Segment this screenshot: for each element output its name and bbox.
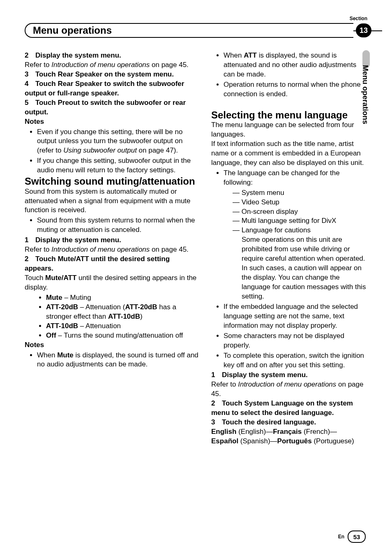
step-3: 3Touch Rear Speaker on the system menu. xyxy=(25,70,200,79)
notes-list-2: When Mute is displayed, the sound is tur… xyxy=(25,351,200,370)
list-item: If the embedded language and the selecte… xyxy=(224,302,367,331)
note-item: When ATT is displayed, the sound is atte… xyxy=(224,51,367,79)
dash-list: System menu Video Setup On-screen displa… xyxy=(233,188,367,236)
list-item: Off – Turns the sound muting/attenuation… xyxy=(46,331,200,341)
list-item: Mute – Muting xyxy=(46,293,200,303)
notes-list-1: Even if you change this setting, there w… xyxy=(25,127,200,176)
right-column: When ATT is displayed, the sound is atte… xyxy=(211,51,367,446)
note-item: Even if you change this setting, there w… xyxy=(37,127,200,156)
dash-item: Video Setup xyxy=(233,198,367,207)
dash-item: Multi language setting for DivX xyxy=(233,216,367,226)
muting-options: Mute – Muting ATT-20dB – Attenuation (AT… xyxy=(25,293,200,341)
page-footer: En 53 xyxy=(338,531,366,543)
lang-p2: If text information such as the title na… xyxy=(211,139,367,168)
section-label: Section xyxy=(350,16,367,21)
page-header: Section Menu operations 13 xyxy=(25,21,367,39)
list-item: ATT-10dB – Attenuation xyxy=(46,322,200,331)
lang-bullets: The language can be changed for the foll… xyxy=(211,169,367,188)
title-pill: Menu operations xyxy=(25,23,353,38)
step-4: 4Touch Rear Speaker to switch the subwoo… xyxy=(25,79,200,98)
muting-intro: Sound from this system is automatically … xyxy=(25,187,200,215)
subheading-muting: Switching sound muting/attenuation xyxy=(25,176,200,187)
notes-label-2: Notes xyxy=(25,341,200,350)
note-item: When Mute is displayed, the sound is tur… xyxy=(37,351,200,370)
muting-step-1-ref: Refer to Introduction of menu operations… xyxy=(25,245,200,255)
lang-step-1-ref: Refer to Introduction of menu operations… xyxy=(211,380,367,399)
page-number: 53 xyxy=(348,531,366,543)
lang-options: English (English)—Français (French)— Esp… xyxy=(211,427,367,446)
dash-item: On-screen display xyxy=(233,207,367,217)
list-item: The language can be changed for the foll… xyxy=(224,169,367,188)
notes-label-1: Notes xyxy=(25,117,200,127)
step-2: 2Display the system menu. xyxy=(25,51,200,60)
lang-step-3: 3Touch the desired language. xyxy=(211,418,367,427)
muting-bullets: Sound from this system returns to normal… xyxy=(25,216,200,235)
subheading-language: Selecting the menu language xyxy=(211,110,367,120)
muting-step-2-body: Touch Mute/ATT until the desired setting… xyxy=(25,273,200,292)
lang-p1: The menu language can be selected from f… xyxy=(211,120,367,139)
lang-step-1: 1Display the system menu. xyxy=(211,371,367,380)
lang-step-2: 2Touch System Language on the system men… xyxy=(211,399,367,418)
list-item: ATT-20dB – Attenuation (ATT-20dB has a s… xyxy=(46,303,200,322)
dash-item: Language for cautions xyxy=(233,226,367,235)
dash-item: System menu xyxy=(233,188,367,198)
footer-lang: En xyxy=(338,534,344,540)
list-item: To complete this operation, switch the i… xyxy=(224,351,367,370)
note-item: If you change this setting, subwoofer ou… xyxy=(37,156,200,175)
note-item: Operation returns to normal when the pho… xyxy=(224,80,367,99)
section-number-badge: 13 xyxy=(356,23,371,37)
muting-step-2: 2Touch Mute/ATT until the desired settin… xyxy=(25,255,200,273)
muting-step-1: 1Display the system menu. xyxy=(25,236,200,245)
dash-sub-body: Some operations on this unit are prohibi… xyxy=(242,235,367,301)
side-label: Menu operations xyxy=(361,65,369,124)
continued-notes: When ATT is displayed, the sound is atte… xyxy=(211,51,367,99)
page-title: Menu operations xyxy=(33,25,112,36)
list-item: Sound from this system returns to normal… xyxy=(37,216,200,235)
content-columns: 2Display the system menu. Refer to Intro… xyxy=(25,51,367,446)
left-column: 2Display the system menu. Refer to Intro… xyxy=(25,51,200,446)
step-5: 5Touch Preout to switch the subwoofer or… xyxy=(25,98,200,117)
list-item: Some characters may not be displayed pro… xyxy=(224,331,367,350)
step-2-ref: Refer to Introduction of menu operations… xyxy=(25,60,200,70)
lang-bullets-2: If the embedded language and the selecte… xyxy=(211,302,367,370)
